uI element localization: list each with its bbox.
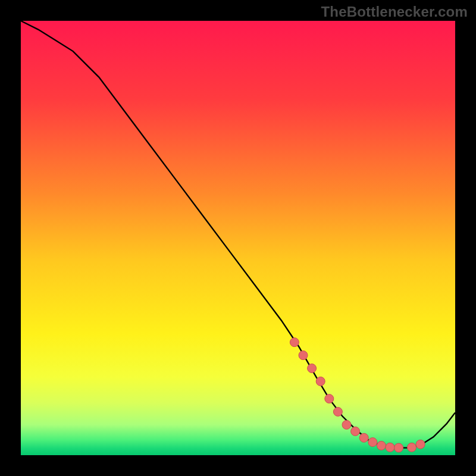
- marker-dot: [408, 443, 416, 452]
- gradient-background: [21, 21, 455, 455]
- marker-dot: [351, 427, 360, 436]
- chart-frame: TheBottlenecker.com: [0, 0, 476, 476]
- marker-dot: [394, 443, 403, 452]
- plot-svg: [0, 0, 476, 476]
- marker-dot: [342, 420, 351, 429]
- marker-dot: [368, 438, 377, 447]
- marker-dot: [316, 377, 325, 386]
- marker-dot: [333, 408, 342, 416]
- marker-dot: [359, 433, 368, 442]
- marker-dot: [308, 364, 317, 373]
- marker-dot: [416, 440, 425, 449]
- marker-dot: [325, 394, 334, 403]
- marker-dot: [377, 441, 386, 450]
- marker-dot: [386, 443, 394, 452]
- marker-dot: [299, 351, 308, 360]
- marker-dot: [290, 338, 299, 347]
